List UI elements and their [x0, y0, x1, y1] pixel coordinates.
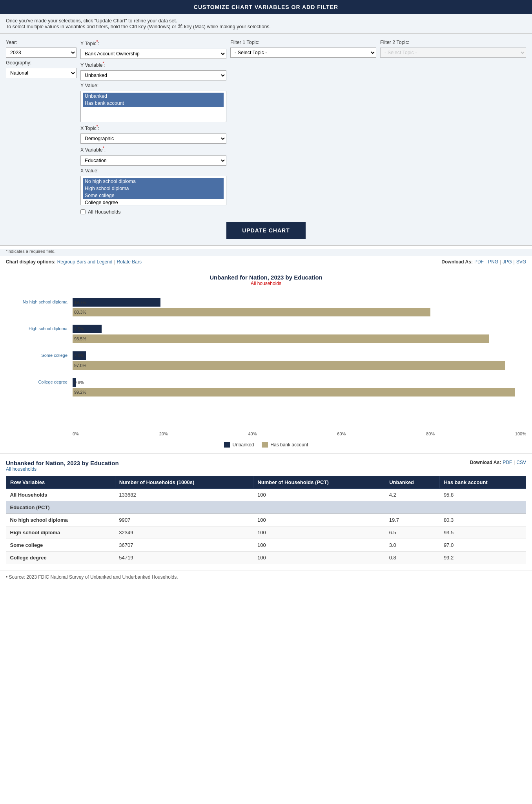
unbanked-bar-container: 0.8% [73, 378, 518, 387]
bar-category-label: College degree [8, 380, 71, 385]
year-select[interactable]: 2019 2021 2023 [6, 48, 77, 58]
download-pdf-link[interactable]: PDF [474, 259, 484, 265]
col-households-pct: Number of Households (PCT) [253, 476, 385, 488]
ytopic-label: Y Topic*: [80, 40, 226, 46]
yvalue-listbox[interactable]: Unbanked Has bank account [80, 91, 226, 122]
chart-wrapper: No high school diploma19.7%80.3%High sch… [6, 294, 526, 448]
row-label: Some college [6, 539, 115, 551]
row-unbanked: 3.0 [385, 539, 440, 551]
chart-options-left: Chart display options: Regroup Bars and … [6, 259, 142, 265]
table-download-csv[interactable]: CSV [516, 460, 526, 465]
row-pct: 100 [253, 526, 385, 539]
table-row: All Households 133682 100 4.2 95.8 [6, 488, 526, 501]
hasbank-bar: 93.5% [73, 334, 489, 343]
table-download-area: Download As: PDF | CSV [470, 460, 526, 465]
table-header-row: Unbanked for Nation, 2023 by Education A… [6, 460, 526, 472]
hasbank-bar-value: 93.5% [74, 336, 86, 341]
bar-group: Some college3.0%97.0% [73, 351, 518, 371]
unbanked-bar-value: 0.8% [74, 380, 84, 385]
col-has-bank: Has bank account [440, 476, 526, 488]
filter2-select[interactable]: - Select Topic - [380, 48, 526, 58]
table-header-row-el: Row Variables Number of Households (1000… [6, 476, 526, 488]
all-households-checkbox[interactable] [80, 209, 86, 214]
legend-has-bank-label: Has bank account [270, 442, 308, 448]
download-jpg-link[interactable]: JPG [503, 259, 512, 265]
bar-chart: No high school diploma19.7%80.3%High sch… [6, 294, 526, 428]
legend-unbanked: Unbanked [224, 442, 254, 448]
bar-group: No high school diploma19.7%80.3% [73, 298, 518, 318]
x-axis-label: 0% [73, 431, 79, 436]
chart-subtitle: All households [6, 281, 526, 286]
row-pct: 100 [253, 551, 385, 564]
hasbank-bar-row: 97.0% [73, 361, 518, 370]
row-unbanked: 19.7 [385, 513, 440, 526]
unbanked-bar-value: 6.5% [74, 327, 84, 331]
download-svg-link[interactable]: SVG [516, 259, 526, 265]
unbanked-bar-row: No high school diploma19.7% [73, 298, 518, 307]
regroup-bars-link[interactable]: Regroup Bars and Legend [57, 259, 113, 265]
table-subtitle: All households [6, 466, 119, 472]
separator1: | [114, 259, 115, 265]
col-y-x-variables: Y Topic*: Bank Account Ownership Mobile … [80, 40, 226, 215]
all-households-label[interactable]: All Households [88, 209, 120, 215]
row-label: College degree [6, 551, 115, 564]
col-households-1000s: Number of Households (1000s) [115, 476, 253, 488]
download-label: Download As: [441, 259, 473, 265]
legend-tan-box [262, 442, 268, 448]
yvariable-select[interactable]: Unbanked Has bank account [80, 70, 226, 80]
xtopic-label: X Topic*: [80, 124, 226, 131]
hasbank-bar-container: 99.2% [73, 388, 518, 397]
row-has-bank: 80.3 [440, 513, 526, 526]
table-row: No high school diploma 9907 100 19.7 80.… [6, 513, 526, 526]
bar-category-label: Some college [8, 353, 71, 358]
unbanked-bar: 6.5% [73, 325, 102, 333]
bar-group: High school diploma6.5%93.5% [73, 325, 518, 344]
row-label: High school diploma [6, 526, 115, 539]
update-chart-button[interactable]: UPDATE CHART [226, 222, 305, 239]
row-label: No high school diploma [6, 513, 115, 526]
hasbank-bar: 97.0% [73, 361, 505, 370]
rotate-bars-link[interactable]: Rotate Bars [117, 259, 142, 265]
form-grid: Year: 2019 2021 2023 Geography: National… [6, 40, 526, 215]
table-download-pdf[interactable]: PDF [503, 460, 512, 465]
geography-select[interactable]: National State Metro Area [6, 68, 77, 78]
chart-section: Unbanked for Nation, 2023 by Education A… [0, 268, 532, 453]
filter1-label: Filter 1 Topic: [230, 40, 376, 45]
col-row-variables: Row Variables [6, 476, 115, 488]
unbanked-bar-row: High school diploma6.5% [73, 325, 518, 333]
col-filter2: Filter 2 Topic: - Select Topic - [380, 40, 526, 58]
col-unbanked: Unbanked [385, 476, 440, 488]
hasbank-bar: 80.3% [73, 308, 430, 316]
hasbank-bar-container: 97.0% [73, 361, 518, 370]
unbanked-bar: 3.0% [73, 351, 86, 360]
row-label: All Households [6, 488, 115, 501]
yvariable-label: Y Variable*: [80, 61, 226, 68]
unbanked-bar-row: Some college3.0% [73, 351, 518, 360]
row-has-bank: 99.2 [440, 551, 526, 564]
xvariable-select[interactable]: Education Age Income Race/Ethnicity [80, 155, 226, 166]
legend-navy-box [224, 442, 230, 448]
row-households: 9907 [115, 513, 253, 526]
xvalue-listbox[interactable]: No high school diploma High school diplo… [80, 176, 226, 205]
year-label: Year: [6, 40, 77, 45]
row-has-bank: 95.8 [440, 488, 526, 501]
chart-title: Unbanked for Nation, 2023 by Education [6, 274, 526, 281]
filter1-select[interactable]: - Select Topic - Demographic Economic [230, 48, 376, 58]
chart-legend: Unbanked Has bank account [6, 442, 526, 448]
bar-group: College degree0.8%99.2% [73, 378, 518, 398]
xvariable-label: X Variable*: [80, 146, 226, 153]
hasbank-bar-row: 99.2% [73, 388, 518, 397]
section-header-cell: Education (PCT) [6, 501, 526, 513]
download-png-link[interactable]: PNG [488, 259, 498, 265]
xtopic-select[interactable]: Demographic Economic Geographic [80, 133, 226, 144]
hasbank-bar-value: 97.0% [74, 363, 86, 368]
row-households: 36707 [115, 539, 253, 551]
source-text: Source: 2023 FDIC National Survey of Unb… [9, 574, 178, 580]
x-axis: 0%20%40%60%80%100% [6, 431, 526, 436]
row-unbanked: 4.2 [385, 488, 440, 501]
table-title-area: Unbanked for Nation, 2023 by Education A… [6, 460, 119, 472]
row-pct: 100 [253, 539, 385, 551]
ytopic-select[interactable]: Bank Account Ownership Mobile Financial … [80, 49, 226, 59]
x-axis-label: 20% [159, 431, 168, 436]
table-section: Unbanked for Nation, 2023 by Education A… [0, 453, 532, 570]
